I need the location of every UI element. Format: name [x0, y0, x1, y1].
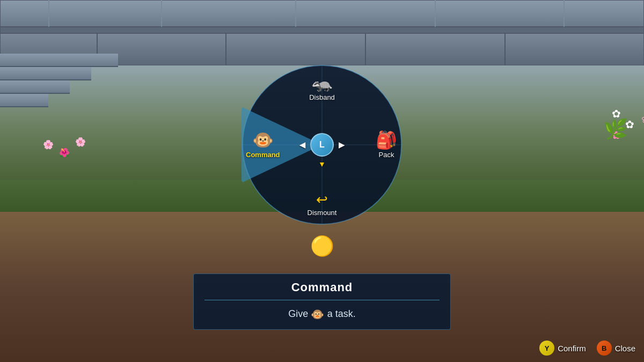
radial-menu: ◀ L ▶ ▼ 🦡 Disband 🎒 Pack ↩ Dismount: [241, 64, 402, 225]
menu-item-pack[interactable]: 🎒 Pack: [376, 131, 397, 159]
plant-right: 🌿: [604, 118, 628, 141]
menu-item-dismount[interactable]: ↩ Dismount: [308, 193, 337, 217]
close-button[interactable]: B Close: [597, 341, 635, 356]
desc-suffix: a task.: [327, 308, 356, 319]
pack-icon: 🎒: [376, 131, 397, 149]
dismount-label: Dismount: [308, 209, 337, 217]
arrow-right-icon: ▶: [339, 141, 345, 149]
dismount-icon: ↩: [316, 193, 328, 206]
disband-icon: 🦡: [311, 74, 333, 91]
disband-label: Disband: [309, 93, 335, 101]
menu-item-disband[interactable]: 🦡 Disband: [309, 74, 335, 101]
y-button-label: Y: [545, 344, 550, 352]
arrow-down-icon: ▼: [318, 160, 326, 168]
y-button-icon: Y: [539, 341, 554, 356]
b-button-icon: B: [597, 341, 612, 356]
confirm-label: Confirm: [558, 344, 586, 353]
arrow-left-icon: ◀: [299, 141, 305, 149]
l-button-icon: L: [310, 133, 334, 157]
desc-emoji: 🐵: [311, 308, 327, 320]
menu-item-command[interactable]: 🐵 Command: [246, 131, 280, 159]
close-label: Close: [615, 344, 635, 353]
command-icon: 🐵: [252, 131, 274, 149]
info-panel: Command Give 🐵 a task.: [193, 274, 451, 330]
desc-prefix: Give: [288, 308, 308, 319]
command-label: Command: [246, 151, 280, 159]
player-character: 🟡: [310, 233, 334, 257]
pack-label: Pack: [379, 151, 394, 159]
b-button-label: B: [602, 344, 606, 352]
info-panel-title: Command: [194, 274, 450, 300]
confirm-button[interactable]: Y Confirm: [539, 341, 586, 356]
center-nav[interactable]: ◀ L ▶ ▼: [301, 123, 343, 166]
hud-buttons: Y Confirm B Close: [539, 341, 635, 356]
info-panel-description: Give 🐵 a task.: [194, 300, 450, 329]
